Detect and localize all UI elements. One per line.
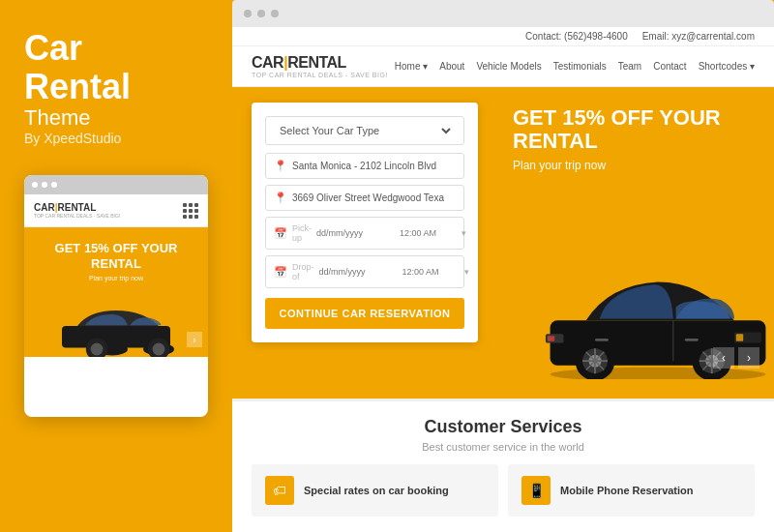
site-topbar: Contact: (562)498-4600 Email: xyz@carren… (232, 27, 774, 46)
hero-triangle-container (232, 383, 774, 399)
svg-rect-13 (736, 335, 743, 341)
mobile-grid-icon (183, 203, 198, 219)
hero-prev-button[interactable]: ‹ (713, 347, 734, 369)
site-logo: CAR|RENTAL TOP CAR RENTAL DEALS - SAVE B… (252, 54, 388, 78)
dropoff-time-area[interactable]: ▾ (395, 261, 472, 282)
site-hero: Select Your Car Type 📍 📍 (232, 87, 774, 383)
mobile-hero: GET 15% OFF YOUR RENTAL Plan your trip n… (24, 227, 208, 289)
hero-form-area: Select Your Car Type 📍 📍 (232, 87, 493, 383)
service-card-0: 🏷 Special rates on car booking (252, 464, 498, 517)
service-icon-1: 📱 (521, 476, 551, 505)
form-card: Select Your Car Type 📍 📍 (252, 103, 478, 342)
hero-badge: GET 15% OFF YOUR RENTAL (513, 106, 755, 153)
mobile-next-arrow[interactable]: › (187, 332, 202, 347)
site-nav-links: Home ▾ About Vehicle Models Testimonials… (395, 61, 755, 72)
service-card-1: 📱 Mobile Phone Reservation (508, 464, 755, 517)
mobile-dot-2 (42, 182, 47, 188)
nav-about[interactable]: About (439, 61, 464, 72)
svg-point-4 (91, 343, 104, 356)
svg-rect-10 (685, 339, 699, 341)
mobile-hero-sub: Plan your trip now (34, 275, 198, 281)
svg-point-6 (153, 343, 165, 356)
nav-shortcodes[interactable]: Shortcodes ▾ (699, 61, 755, 72)
pickup-date-area[interactable]: 📅 Pick-up (266, 218, 392, 249)
services-row: 🏷 Special rates on car booking 📱 Mobile … (252, 464, 755, 517)
service-label-0: Special rates on car booking (304, 485, 449, 496)
hero-right: GET 15% OFF YOUR RENTAL Plan your trip n… (493, 87, 774, 383)
pickup-datetime-row: 📅 Pick-up ▾ (265, 217, 464, 250)
browser-chrome (232, 0, 774, 27)
hero-next-button[interactable]: › (738, 347, 759, 369)
nav-vehicle-models[interactable]: Vehicle Models (476, 61, 541, 72)
service-label-1: Mobile Phone Reservation (560, 485, 694, 496)
dropoff-label: Drop-of (292, 262, 314, 281)
car-type-select[interactable]: Select Your Car Type (276, 124, 454, 137)
hero-plan-text: Plan your trip now (513, 159, 755, 172)
browser-dot-1 (244, 10, 252, 17)
dropoff-time-arrow: ▾ (464, 267, 469, 277)
app-subtitle: Theme (24, 105, 208, 131)
service-icon-0: 🏷 (265, 476, 294, 505)
hero-triangle (489, 383, 518, 398)
dropoff-location-input[interactable] (292, 192, 456, 203)
nav-testimonials[interactable]: Testimonials (553, 61, 607, 72)
dropoff-location-row[interactable]: 📍 (265, 185, 464, 211)
pickup-time-area[interactable]: ▾ (392, 222, 469, 244)
pickup-location-row[interactable]: 📍 (265, 153, 464, 179)
nav-home[interactable]: Home ▾ (395, 61, 428, 72)
dropoff-time-input[interactable] (402, 267, 461, 277)
continue-reservation-button[interactable]: CONTINUE CAR RESERVATION (265, 298, 464, 329)
dropoff-date-area[interactable]: 📅 Drop-of (266, 256, 395, 287)
mobile-logo: CAR|RENTAL TOP CAR RENTAL DEALS - SAVE B… (34, 202, 120, 219)
svg-rect-15 (548, 336, 554, 341)
app-by: By XpeedStudio (24, 131, 208, 146)
mobile-top-bar (24, 175, 208, 194)
browser-content: Contact: (562)498-4600 Email: xyz@carren… (232, 27, 774, 532)
pickup-label: Pick-up (292, 223, 312, 243)
dropoff-date-input[interactable] (319, 267, 387, 277)
pickup-date-input[interactable] (316, 228, 384, 238)
app-title: Car Rental (24, 29, 208, 105)
site-nav: CAR|RENTAL TOP CAR RENTAL DEALS - SAVE B… (232, 46, 774, 87)
right-panel: Contact: (562)498-4600 Email: xyz@carren… (232, 0, 774, 532)
nav-team[interactable]: Team (618, 61, 641, 72)
customer-subtitle: Best customer service in the world (252, 441, 755, 453)
car-type-select-row[interactable]: Select Your Car Type (265, 116, 464, 145)
hero-arrows: ‹ › (713, 347, 759, 369)
nav-contact[interactable]: Contact (653, 61, 686, 72)
pickup-time-input[interactable] (400, 228, 458, 238)
browser-dot-3 (271, 10, 279, 17)
customer-title: Customer Services (252, 417, 755, 437)
pickup-calendar-icon: 📅 (274, 227, 287, 240)
browser-dot-2 (257, 10, 265, 17)
pickup-pin-icon: 📍 (274, 160, 287, 172)
pickup-location-input[interactable] (292, 161, 456, 171)
mobile-car-image: › (24, 289, 208, 357)
mobile-mockup: CAR|RENTAL TOP CAR RENTAL DEALS - SAVE B… (24, 175, 208, 417)
left-panel: Car Rental Theme By XpeedStudio CAR|RENT… (0, 0, 232, 532)
mobile-dot-3 (51, 182, 57, 188)
mobile-dot-1 (32, 182, 38, 188)
dropoff-datetime-row: 📅 Drop-of ▾ (265, 255, 464, 288)
email-info: Email: xyz@carrental.com (642, 31, 755, 42)
pickup-time-arrow: ▾ (461, 228, 466, 238)
customer-services-section: Customer Services Best customer service … (232, 399, 774, 532)
dropoff-pin-icon: 📍 (274, 192, 287, 204)
dropoff-calendar-icon: 📅 (274, 266, 287, 279)
contact-info: Contact: (562)498-4600 (525, 31, 628, 42)
mobile-header: CAR|RENTAL TOP CAR RENTAL DEALS - SAVE B… (24, 194, 208, 227)
mobile-hero-title: GET 15% OFF YOUR RENTAL (34, 241, 198, 271)
svg-rect-11 (595, 339, 609, 341)
